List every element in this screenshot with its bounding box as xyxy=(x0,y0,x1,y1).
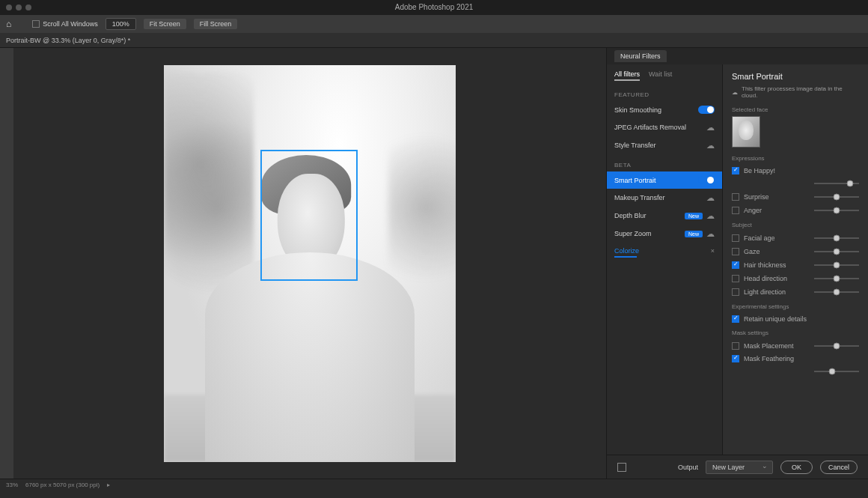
neural-filters-panel: Neural Filters All filters Wait list FEA… xyxy=(606,48,868,479)
zoom-field[interactable]: 100% xyxy=(106,18,136,30)
filter-skin-smoothing[interactable]: Skin Smoothing xyxy=(607,101,722,118)
option-light-direction[interactable]: Light direction xyxy=(732,285,859,299)
document-canvas[interactable] xyxy=(164,65,456,462)
cloud-icon: ☁ xyxy=(706,123,715,132)
output-select[interactable]: New Layer xyxy=(706,461,773,474)
settings-title: Smart Portrait xyxy=(732,72,859,81)
selected-face-thumbnail[interactable] xyxy=(732,116,760,148)
panel-tab-neural-filters[interactable]: Neural Filters xyxy=(614,50,667,62)
checkbox-surprise[interactable] xyxy=(732,193,739,201)
close-icon[interactable]: × xyxy=(711,247,715,255)
filter-style-transfer[interactable]: Style Transfer ☁ xyxy=(607,136,722,154)
cloud-icon: ☁ xyxy=(706,141,715,150)
title-bar: Adobe Photoshop 2021 xyxy=(0,0,868,15)
checkbox-mask-placement[interactable] xyxy=(732,342,739,350)
option-surprise[interactable]: Surprise xyxy=(732,190,859,204)
slider-mask-placement[interactable] xyxy=(814,341,859,350)
option-mask-feathering[interactable]: Mask Feathering xyxy=(732,353,859,365)
filters-list: All filters Wait list FEATURED Skin Smoo… xyxy=(607,64,723,455)
tools-panel[interactable] xyxy=(0,48,13,479)
option-retain-unique[interactable]: Retain unique details xyxy=(732,313,859,325)
checkbox-anger[interactable] xyxy=(732,207,739,214)
checkbox-retain-unique[interactable] xyxy=(732,315,739,323)
section-beta-label: BETA xyxy=(607,154,722,171)
cloud-icon: ☁ xyxy=(706,229,715,238)
panel-tab-bar: Neural Filters xyxy=(607,48,868,64)
home-icon[interactable]: ⌂ xyxy=(6,19,11,29)
checkbox-mask-feathering[interactable] xyxy=(732,355,739,362)
slider-head-direction[interactable] xyxy=(814,274,859,283)
ok-button[interactable]: OK xyxy=(780,461,813,474)
slider-surprise[interactable] xyxy=(814,192,859,201)
status-info: 6760 px x 5070 px (300 ppi) xyxy=(25,482,100,488)
toggle-skin-smoothing[interactable] xyxy=(698,106,715,114)
cloud-icon: ☁ xyxy=(706,211,715,220)
output-label: Output xyxy=(678,464,698,471)
chevron-right-icon[interactable]: ▸ xyxy=(107,482,110,488)
tab-all-filters[interactable]: All filters xyxy=(614,70,640,81)
checkbox-light-direction[interactable] xyxy=(732,288,739,296)
canvas-area[interactable] xyxy=(13,48,606,479)
slider-be-happy[interactable] xyxy=(814,179,859,188)
cloud-icon: ☁ xyxy=(732,89,738,96)
filter-makeup-transfer[interactable]: Makeup Transfer ☁ xyxy=(607,189,722,207)
fill-screen-button[interactable]: Fill Screen xyxy=(194,19,238,29)
status-zoom[interactable]: 33% xyxy=(6,482,18,488)
toggle-smart-portrait[interactable] xyxy=(698,176,715,184)
filter-colorize[interactable]: Colorize × xyxy=(607,243,722,259)
option-gaze[interactable]: Gaze xyxy=(732,245,859,258)
panel-footer: Output New Layer OK Cancel xyxy=(607,455,868,479)
expressions-label: Expressions xyxy=(732,155,859,162)
filter-settings: Smart Portrait ☁ This filter processes i… xyxy=(723,64,868,455)
slider-mask-feathering[interactable] xyxy=(814,367,859,376)
mask-settings-label: Mask settings xyxy=(732,330,859,336)
filter-jpeg-artifacts[interactable]: JPEG Artifacts Removal ☁ xyxy=(607,118,722,136)
window-title: Adobe Photoshop 2021 xyxy=(395,3,474,11)
window-controls[interactable] xyxy=(6,4,31,10)
option-anger[interactable]: Anger xyxy=(732,204,859,217)
status-bar: 33% 6760 px x 5070 px (300 ppi) ▸ xyxy=(0,479,868,491)
slider-facial-age[interactable] xyxy=(814,234,859,243)
subject-label: Subject xyxy=(732,222,859,228)
document-tab-bar: Portrait-BW @ 33.3% (Layer 0, Gray/8*) * xyxy=(0,33,868,48)
checkbox-be-happy[interactable] xyxy=(732,167,739,174)
scroll-all-checkbox[interactable]: Scroll All Windows xyxy=(32,20,98,28)
filter-depth-blur[interactable]: Depth Blur New☁ xyxy=(607,207,722,225)
checkbox-hair-thickness[interactable] xyxy=(732,261,739,269)
fit-screen-button[interactable]: Fit Screen xyxy=(144,19,186,29)
checkbox-facial-age[interactable] xyxy=(732,234,739,242)
option-hair-thickness[interactable]: Hair thickness xyxy=(732,258,859,272)
filter-super-zoom[interactable]: Super Zoom New☁ xyxy=(607,225,722,243)
cloud-icon: ☁ xyxy=(706,193,715,202)
slider-anger[interactable] xyxy=(814,206,859,215)
experimental-label: Experimental settings xyxy=(732,303,859,310)
section-featured-label: FEATURED xyxy=(607,84,722,101)
selected-face-label: Selected face xyxy=(732,106,859,113)
option-mask-placement[interactable]: Mask Placement xyxy=(732,339,859,353)
tab-wait-list[interactable]: Wait list xyxy=(649,70,672,81)
option-be-happy[interactable]: Be Happy! xyxy=(732,165,859,177)
option-head-direction[interactable]: Head direction xyxy=(732,272,859,285)
cancel-button[interactable]: Cancel xyxy=(820,461,858,474)
document-tab[interactable]: Portrait-BW @ 33.3% (Layer 0, Gray/8*) * xyxy=(6,37,130,44)
slider-light-direction[interactable] xyxy=(814,288,859,297)
filter-smart-portrait[interactable]: Smart Portrait xyxy=(607,171,722,189)
checkbox-head-direction[interactable] xyxy=(732,275,739,282)
slider-hair-thickness[interactable] xyxy=(814,261,859,270)
slider-gaze[interactable] xyxy=(814,247,859,256)
checkbox-gaze[interactable] xyxy=(732,248,739,255)
cloud-processing-note: ☁ This filter processes image data in th… xyxy=(732,85,859,99)
options-bar: ⌂ Scroll All Windows 100% Fit Screen Fil… xyxy=(0,15,868,33)
option-facial-age[interactable]: Facial age xyxy=(732,231,859,245)
preview-toggle-icon[interactable] xyxy=(617,463,626,472)
